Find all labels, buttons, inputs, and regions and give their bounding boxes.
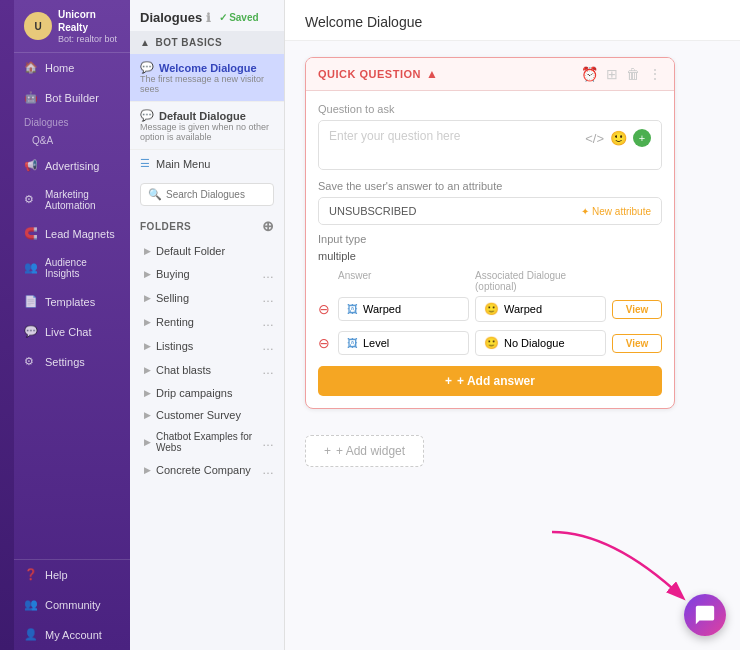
templates-icon: 📄 <box>24 295 38 309</box>
widget-actions: ⏰ ⊞ 🗑 ⋮ <box>581 66 662 82</box>
answer-input-warped[interactable]: 🖼 Warped <box>338 297 469 321</box>
automation-icon: ⚙ <box>24 193 38 207</box>
welcome-dialogue-title: Welcome Dialogue <box>159 62 257 74</box>
sidebar-item-home[interactable]: 🏠 Home <box>14 53 130 83</box>
remove-answer-icon[interactable]: ⊖ <box>318 335 329 351</box>
sidebar-item-audience-insights[interactable]: 👥 Audience Insights <box>14 249 130 287</box>
info-icon: ℹ <box>206 11 211 25</box>
answer-col-header: Answer <box>338 270 469 292</box>
main-content: Welcome Dialogue QUICK QUESTION ▲ ⏰ ⊞ 🗑 … <box>285 0 740 650</box>
chevron-right-icon: ▶ <box>144 246 151 256</box>
folder-options-icon[interactable]: … <box>262 315 274 329</box>
emoji-icon: 🙂 <box>610 130 627 146</box>
folder-customer-survey[interactable]: ▶ Customer Survey <box>130 404 284 426</box>
folder-buying[interactable]: ▶ Buying … <box>130 262 284 286</box>
sidebar-item-lead-magnets[interactable]: 🧲 Lead Magnets <box>14 219 130 249</box>
left-accent-bar <box>0 0 14 650</box>
folder-options-icon[interactable]: … <box>262 363 274 377</box>
more-icon[interactable]: ⋮ <box>648 66 662 82</box>
input-type-value: multiple <box>318 250 662 270</box>
view-level-button[interactable]: View <box>612 334 662 353</box>
folder-chat-blasts[interactable]: ▶ Chat blasts … <box>130 358 284 382</box>
sidebar-item-label: Settings <box>45 356 85 368</box>
remove-answer-icon[interactable]: ⊖ <box>318 301 329 317</box>
folder-default[interactable]: ▶ Default Folder <box>130 240 284 262</box>
folder-selling[interactable]: ▶ Selling … <box>130 286 284 310</box>
sidebar-item-qa[interactable]: Q&A <box>14 132 130 151</box>
folders-header: FOLDERS ⊕ <box>130 212 284 240</box>
sidebar-item-live-chat[interactable]: 💬 Live Chat <box>14 317 130 347</box>
add-icon: + <box>445 374 452 388</box>
smile-icon: 🙂 <box>484 302 499 316</box>
chevron-right-icon: ▶ <box>144 269 151 279</box>
smile-icon: 🙂 <box>484 336 499 350</box>
main-menu-item[interactable]: ☰ Main Menu <box>130 150 284 177</box>
sidebar-item-my-account[interactable]: 👤 My Account <box>14 620 130 650</box>
folder-renting[interactable]: ▶ Renting … <box>130 310 284 334</box>
live-chat-icon: 💬 <box>24 325 38 339</box>
welcome-dialogue-item[interactable]: 💬 Welcome Dialogue The first message a n… <box>130 54 284 102</box>
sidebar-nav: 🏠 Home 🤖 Bot Builder Dialogues Q&A 📢 Adv… <box>14 53 130 559</box>
folder-name: Renting <box>156 316 194 328</box>
add-icon[interactable]: + <box>633 129 651 147</box>
folder-name: Chat blasts <box>156 364 211 376</box>
associated-dialogue-level[interactable]: 🙂 No Dialogue <box>475 330 606 356</box>
sidebar-item-community[interactable]: 👥 Community <box>14 590 130 620</box>
folder-options-icon[interactable]: … <box>262 291 274 305</box>
folder-chatbot-examples[interactable]: ▶ Chatbot Examples for Webs … <box>130 426 284 458</box>
folder-name: Concrete Company <box>156 464 251 476</box>
associated-col-header: Associated Dialogue (optional) <box>475 270 606 292</box>
folder-options-icon[interactable]: … <box>262 435 274 449</box>
sidebar-item-help[interactable]: ❓ Help <box>14 560 130 590</box>
widget-header: QUICK QUESTION ▲ ⏰ ⊞ 🗑 ⋮ <box>306 58 674 91</box>
attribute-value: UNSUBSCRIBED <box>329 205 416 217</box>
bot-icon: 🤖 <box>24 91 38 105</box>
image-icon: 🖼 <box>347 303 358 315</box>
chat-fab-button[interactable] <box>684 594 726 636</box>
chevron-right-icon: ▶ <box>144 317 151 327</box>
search-input[interactable] <box>166 189 266 200</box>
associated-dialogue-warped[interactable]: 🙂 Warped <box>475 296 606 322</box>
default-dialogue-item[interactable]: 💬 Default Dialogue Message is given when… <box>130 102 284 150</box>
add-answer-button[interactable]: + + Add answer <box>318 366 662 396</box>
add-widget-button[interactable]: + + Add widget <box>305 435 424 467</box>
community-icon: 👥 <box>24 598 38 612</box>
sidebar-item-settings[interactable]: ⚙ Settings <box>14 347 130 377</box>
brand-name: Unicorn Realty <box>58 8 120 34</box>
sidebar-item-bot-builder[interactable]: 🤖 Bot Builder <box>14 83 130 113</box>
dialogue-icon: 💬 <box>140 109 154 122</box>
sidebar-item-templates[interactable]: 📄 Templates <box>14 287 130 317</box>
dialogue-value: No Dialogue <box>504 337 565 349</box>
folder-listings[interactable]: ▶ Listings … <box>130 334 284 358</box>
add-folder-icon[interactable]: ⊕ <box>262 218 275 234</box>
dialogue-icon: 💬 <box>140 61 154 74</box>
copy-icon[interactable]: ⊞ <box>606 66 618 82</box>
folder-concrete-company[interactable]: ▶ Concrete Company … <box>130 458 284 482</box>
code-icon: </> <box>585 131 604 146</box>
sidebar-item-label: Advertising <box>45 160 99 172</box>
folder-options-icon[interactable]: … <box>262 339 274 353</box>
folder-options-icon[interactable]: … <box>262 267 274 281</box>
dialogue-value: Warped <box>504 303 542 315</box>
folder-drip-campaigns[interactable]: ▶ Drip campaigns <box>130 382 284 404</box>
sidebar-item-advertising[interactable]: 📢 Advertising <box>14 151 130 181</box>
welcome-dialogue-subtitle: The first message a new visitor sees <box>140 74 274 94</box>
answer-input-level[interactable]: 🖼 Level <box>338 331 469 355</box>
view-warped-button[interactable]: View <box>612 300 662 319</box>
folder-options-icon[interactable]: … <box>262 463 274 477</box>
sidebar-item-marketing-automation[interactable]: ⚙ Marketing Automation <box>14 181 130 219</box>
quick-question-widget: QUICK QUESTION ▲ ⏰ ⊞ 🗑 ⋮ Question to ask… <box>305 57 675 409</box>
chevron-right-icon: ▶ <box>144 388 151 398</box>
new-attribute-link[interactable]: ✦ New attribute <box>581 206 651 217</box>
attribute-box: UNSUBSCRIBED ✦ New attribute <box>318 197 662 225</box>
sidebar-item-label: Templates <box>45 296 95 308</box>
dialogs-panel: Dialogues ℹ ✓ Saved ▲ BOT BASICS 💬 Welco… <box>130 0 285 650</box>
widget-title: QUICK QUESTION <box>318 68 421 80</box>
dialogs-title: Dialogues <box>140 10 202 25</box>
question-input-box[interactable]: Enter your question here </> 🙂 + <box>318 120 662 170</box>
trash-icon[interactable]: 🗑 <box>626 66 640 82</box>
add-answer-label: + Add answer <box>457 374 535 388</box>
clock-icon[interactable]: ⏰ <box>581 66 598 82</box>
folder-name: Drip campaigns <box>156 387 232 399</box>
default-dialogue-subtitle: Message is given when no other option is… <box>140 122 274 142</box>
